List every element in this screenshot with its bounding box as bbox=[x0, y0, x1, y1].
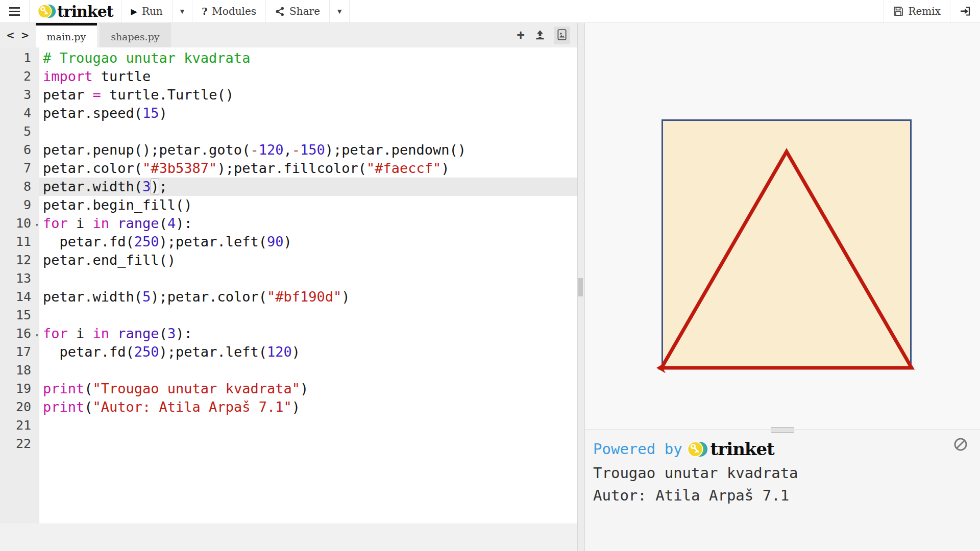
line-number: 1 bbox=[0, 49, 39, 67]
trinket-logo-icon bbox=[688, 440, 708, 459]
run-button[interactable]: ▶ Run bbox=[122, 0, 173, 22]
line-number: 6 bbox=[0, 141, 39, 159]
powered-by-row: Powered by trinket bbox=[593, 436, 969, 462]
code-line bbox=[43, 435, 577, 453]
brand-home-link[interactable]: trinket bbox=[30, 0, 122, 22]
code-line: print("Autor: Atila Arpaš 7.1") bbox=[43, 398, 577, 416]
code-line: petar.width(5);petar.color("#bf190d") bbox=[43, 288, 577, 306]
output-panel: Powered by trinket bbox=[585, 23, 980, 551]
line-number: 21 bbox=[0, 416, 39, 435]
toolbar-right: Remix bbox=[884, 0, 980, 22]
sign-in-icon bbox=[960, 6, 971, 16]
line-number: 5 bbox=[0, 122, 39, 141]
line-number: 11 bbox=[0, 233, 39, 251]
console-panel: Powered by trinket bbox=[585, 430, 980, 551]
line-number: 3 bbox=[0, 86, 39, 104]
tabs-next-button[interactable]: > bbox=[21, 29, 30, 41]
line-number: 8 bbox=[0, 178, 39, 196]
upload-icon bbox=[534, 29, 546, 42]
powered-by-label[interactable]: Powered by bbox=[593, 440, 682, 458]
tab-bar: < > main.pyshapes.py + bbox=[0, 23, 577, 47]
line-number: 14 bbox=[0, 288, 39, 306]
console-output-line: Trougao unutar kvadrata bbox=[593, 462, 969, 484]
line-number: 9 bbox=[0, 196, 39, 214]
line-number: 4 bbox=[0, 104, 39, 122]
image-icon bbox=[556, 29, 568, 42]
upload-file-button[interactable] bbox=[533, 28, 547, 43]
code-editor[interactable]: 12345678910▾111213141516▾171819202122 # … bbox=[0, 47, 577, 523]
line-number: 2 bbox=[0, 67, 39, 86]
tabs-prev-button[interactable]: < bbox=[6, 29, 15, 41]
remix-label: Remix bbox=[908, 5, 941, 17]
tab-main.py[interactable]: main.py bbox=[36, 23, 97, 47]
drawn-square bbox=[662, 119, 912, 369]
circle-slash-icon bbox=[953, 445, 968, 453]
share-button[interactable]: Share bbox=[266, 0, 330, 22]
code-line: petar.color("#3b5387");petar.fillcolor("… bbox=[43, 159, 577, 178]
editor-footer bbox=[0, 523, 577, 551]
console-brand-wordmark[interactable]: trinket bbox=[710, 439, 774, 459]
console-resize-handle[interactable] bbox=[771, 427, 794, 433]
line-number: 7 bbox=[0, 159, 39, 178]
line-number: 19 bbox=[0, 380, 39, 398]
add-file-button[interactable]: + bbox=[515, 27, 526, 44]
fold-arrow-icon[interactable]: ▾ bbox=[35, 216, 39, 234]
code-line bbox=[43, 122, 577, 141]
tab-shapes.py[interactable]: shapes.py bbox=[100, 23, 170, 47]
run-options-button[interactable]: ▼ bbox=[173, 0, 192, 22]
code-line: print("Trougao unutar kvadrata") bbox=[43, 380, 577, 398]
run-label: Run bbox=[142, 5, 163, 17]
share-icon bbox=[275, 7, 285, 16]
trinket-app: trinket ▶ Run ▼ ? Modules Shar bbox=[0, 0, 980, 551]
share-options-button[interactable]: ▼ bbox=[330, 0, 350, 22]
console-output-line: Autor: Atila Arpaš 7.1 bbox=[593, 484, 969, 507]
line-number: 17 bbox=[0, 343, 39, 361]
tab-scroll-arrows: < > bbox=[0, 23, 36, 47]
toolbar-left: trinket ▶ Run ▼ ? Modules Shar bbox=[0, 0, 350, 22]
line-number: 13 bbox=[0, 269, 39, 288]
code-line: petar.width(3); bbox=[39, 178, 577, 196]
plus-icon: + bbox=[517, 29, 525, 42]
code-line: petar.speed(15) bbox=[43, 104, 577, 122]
line-number: 10▾ bbox=[0, 214, 39, 233]
modules-label: Modules bbox=[212, 5, 256, 17]
modules-button[interactable]: ? Modules bbox=[192, 0, 266, 22]
disable-output-button[interactable] bbox=[952, 436, 969, 454]
sign-in-button[interactable] bbox=[950, 0, 980, 22]
turtle-canvas bbox=[585, 23, 980, 430]
splitter-handle-icon[interactable] bbox=[578, 278, 583, 296]
save-remix-icon bbox=[893, 6, 903, 16]
fold-arrow-icon[interactable]: ▾ bbox=[35, 326, 39, 344]
console-output: Trougao unutar kvadrataAutor: Atila Arpa… bbox=[593, 462, 969, 507]
line-number: 16▾ bbox=[0, 324, 39, 343]
play-icon: ▶ bbox=[131, 7, 137, 16]
menu-button[interactable] bbox=[0, 0, 30, 22]
code-line: for i in range(3): bbox=[43, 324, 577, 343]
remix-button[interactable]: Remix bbox=[884, 0, 950, 22]
code-line: petar.fd(250);petar.left(90) bbox=[43, 233, 577, 251]
code-line bbox=[43, 416, 577, 435]
code-line: petar.fd(250);petar.left(120) bbox=[43, 343, 577, 361]
code-line bbox=[43, 306, 577, 324]
line-number-gutter: 12345678910▾111213141516▾171819202122 bbox=[0, 47, 39, 523]
line-number: 12 bbox=[0, 251, 39, 269]
toolbar: trinket ▶ Run ▼ ? Modules Shar bbox=[0, 0, 980, 23]
question-icon: ? bbox=[202, 6, 207, 17]
editor-panel: < > main.pyshapes.py + bbox=[0, 23, 577, 551]
code-line bbox=[43, 361, 577, 380]
content-area: < > main.pyshapes.py + bbox=[0, 23, 980, 551]
code-area[interactable]: # Trougao unutar kvadrataimport turtlepe… bbox=[39, 47, 577, 523]
chevron-down-icon: ▼ bbox=[180, 8, 184, 15]
line-number: 22 bbox=[0, 435, 39, 453]
share-label: Share bbox=[289, 5, 320, 17]
trinket-logo-icon bbox=[38, 3, 56, 20]
code-line: petar = turtle.Turtle() bbox=[43, 86, 577, 104]
hamburger-icon bbox=[9, 7, 20, 9]
panel-splitter[interactable] bbox=[577, 23, 585, 551]
code-line: petar.end_fill() bbox=[43, 251, 577, 269]
image-assets-button[interactable] bbox=[554, 27, 570, 44]
tab-actions: + bbox=[515, 23, 570, 47]
code-line: import turtle bbox=[43, 67, 577, 86]
code-line: petar.penup();petar.goto(-120,-150);peta… bbox=[43, 141, 577, 159]
line-number: 20 bbox=[0, 398, 39, 416]
